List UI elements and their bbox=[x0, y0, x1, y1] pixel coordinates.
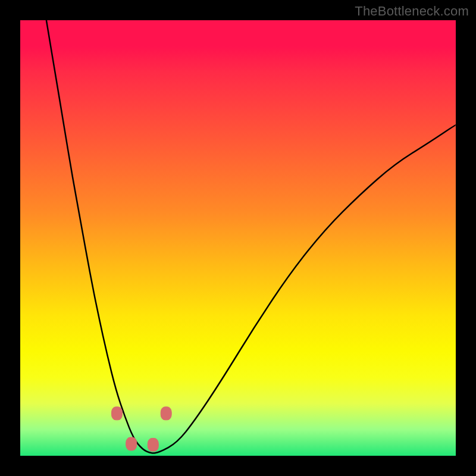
curve-marker bbox=[148, 439, 158, 452]
curve-marker bbox=[161, 407, 171, 420]
plot-area bbox=[20, 20, 456, 456]
bottleneck-curve bbox=[46, 20, 456, 453]
chart-frame: TheBottleneck.com bbox=[0, 0, 476, 476]
curve-layer bbox=[20, 20, 456, 456]
curve-marker bbox=[112, 407, 123, 420]
watermark-text: TheBottleneck.com bbox=[355, 4, 469, 19]
curve-marker bbox=[126, 437, 137, 450]
